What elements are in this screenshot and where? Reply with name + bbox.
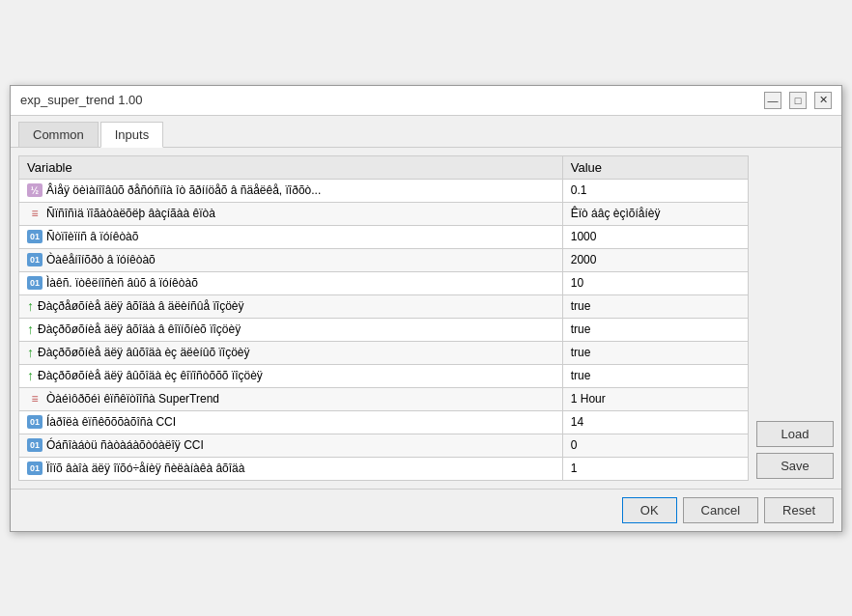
table-row: 01Íàðîëà êïñêõõõàõîñà CCI14 (19, 410, 749, 434)
row-icon: 01 (27, 438, 43, 452)
title-bar: exp_super_trend 1.00 — □ ✕ (11, 86, 841, 116)
table-row: ↑Ðàçðåøõíèå äëÿ âõîäà â äëèíñûå ïîçöèÿtr… (19, 294, 749, 318)
value-cell: Êïò áâç èçìõíåíèÿ (562, 202, 748, 225)
variable-text: Òàéìôðõéì êïñêïòîîñà SuperTrend (46, 392, 219, 406)
close-button[interactable]: ✕ (814, 92, 832, 109)
value-cell: 2000 (562, 248, 748, 271)
table-row: ≡Ñïñîñìä ïîãàòàëõëþ âàçíãàà êïòàÊïò áâç … (19, 202, 749, 225)
value-cell: true (562, 364, 748, 387)
cancel-button[interactable]: Cancel (683, 497, 758, 523)
variable-cell: ≡Ñïñîñìä ïîãàòàëõëþ âàçíãàà êïòà (19, 202, 563, 225)
table-row: 01Ñòïîèïíñ â ïóíêòàõ1000 (19, 225, 749, 248)
variables-table: Variable Value ½Âìåÿ öèìàíîîâûõ ðåñóñíîà… (18, 155, 749, 481)
col-header-variable: Variable (19, 155, 563, 179)
variable-text: Ñïñîñìä ïîãàòàëõëþ âàçíãàà êïòà (46, 207, 215, 220)
table-row: 01Óáñîàáòü ñàòàáàõòóàëîÿ CCI0 (19, 434, 749, 457)
variable-text: Òàêåíîíõðò â ïóíêòàõ (46, 253, 156, 266)
bottom-bar: OK Cancel Reset (11, 489, 841, 531)
row-icon: ½ (27, 183, 43, 197)
variable-cell: 01Ïîïõ âàîà äëÿ îïõó÷åíèÿ ñèëàíàêà âõîäà (19, 457, 563, 480)
variable-cell: ↑Ðàçðõøõíèå äëÿ âûõîäà èç êîïîñòõõõ ïîçö… (19, 364, 563, 387)
table-row: ↑Ðàçðõøõíèå äëÿ âõîäà â êîïíõíèõ ïîçöèÿt… (19, 318, 749, 341)
row-icon: 01 (27, 230, 43, 243)
table-row: 01Ïîïõ âàîà äëÿ îïõó÷åíèÿ ñèëàíàêà âõîäà… (19, 457, 749, 480)
table-row: 01Òàêåíîíõðò â ïóíêòàõ2000 (19, 248, 749, 271)
title-bar-controls: — □ ✕ (764, 92, 832, 109)
table-row: ↑Ðàçðõøõíèå äëÿ âûõîäà èç äëèíûõ ïîçöèÿt… (19, 341, 749, 364)
minimize-button[interactable]: — (764, 92, 781, 109)
reset-button[interactable]: Reset (764, 497, 834, 523)
variable-cell: 01Ìàêñ. ïòêëíîñèñ âûõ â ïóíêòàõ (19, 271, 563, 294)
value-cell: 0 (562, 434, 748, 457)
variable-text: Âìåÿ öèìàíîîâûõ ðåñóñíîà îò ãðííöåõ â ñä… (46, 183, 321, 197)
row-icon: ↑ (27, 322, 34, 337)
window-title: exp_super_trend 1.00 (20, 93, 142, 107)
variable-text: Ðàçðõøõíèå äëÿ âûõîäà èç äëèíûõ ïîçöèÿ (38, 346, 250, 359)
value-cell: 0.1 (562, 179, 748, 202)
variable-text: Ðàçðõøõíèå äëÿ âõîäà â êîïíõíèõ ïîçöèÿ (38, 322, 241, 336)
value-cell: 1 Hour (562, 387, 748, 410)
value-cell: 14 (562, 410, 748, 434)
value-cell: true (562, 318, 748, 341)
row-icon: ↑ (27, 298, 34, 314)
row-icon: ↑ (27, 368, 34, 383)
variable-cell: ↑Ðàçðåøõíèå äëÿ âõîäà â äëèíñûå ïîçöèÿ (19, 294, 563, 318)
variable-cell: 01Ñòïîèïíñ â ïóíêòàõ (19, 225, 563, 248)
value-cell: 1 (562, 457, 748, 480)
variable-cell: ↑Ðàçðõøõíèå äëÿ âûõîäà èç äëèíûõ ïîçöèÿ (19, 341, 563, 364)
col-header-value: Value (562, 155, 748, 179)
variable-text: Ðàçðõøõíèå äëÿ âûõîäà èç êîïîñòõõõ ïîçöè… (38, 369, 263, 382)
variable-text: Ìàêñ. ïòêëíîñèñ âûõ â ïóíêòàõ (46, 276, 198, 290)
variable-cell: 01Òàêåíîíõðò â ïóíêòàõ (19, 248, 563, 271)
row-icon: 01 (27, 462, 43, 475)
row-icon: ≡ (27, 392, 43, 406)
row-icon: ↑ (27, 345, 34, 360)
row-icon: ≡ (27, 207, 43, 220)
table-row: ≡Òàéìôðõéì êïñêïòîîñà SuperTrend1 Hour (19, 387, 749, 410)
variable-cell: 01Íàðîëà êïñêõõõàõîñà CCI (19, 410, 563, 434)
save-button[interactable]: Save (756, 453, 834, 479)
ok-button[interactable]: OK (622, 497, 677, 523)
value-cell: 10 (562, 271, 748, 294)
table-section: Variable Value ½Âìåÿ öèìàíîîâûõ ðåñóñíîà… (18, 155, 749, 481)
value-cell: true (562, 341, 748, 364)
variable-cell: 01Óáñîàáòü ñàòàáàõòóàëîÿ CCI (19, 434, 563, 457)
load-button[interactable]: Load (756, 421, 834, 447)
variable-text: Ïîïõ âàîà äëÿ îïõó÷åíèÿ ñèëàíàêà âõîäà (46, 462, 244, 475)
variable-text: Óáñîàáòü ñàòàáàõòóàëîÿ CCI (46, 438, 204, 452)
value-cell: 1000 (562, 225, 748, 248)
right-panel: Load Save (756, 155, 834, 481)
variable-cell: ↑Ðàçðõøõíèå äëÿ âõîäà â êîïíõíèõ ïîçöèÿ (19, 318, 563, 341)
tab-bar: Common Inputs (11, 116, 841, 148)
tab-common[interactable]: Common (18, 122, 99, 147)
variable-cell: ½Âìåÿ öèìàíîîâûõ ðåñóñíîà îò ãðííöåõ â ñ… (19, 179, 563, 202)
table-row: ½Âìåÿ öèìàíîîâûõ ðåñóñíîà îò ãðííöåõ â ñ… (19, 179, 749, 202)
variable-text: Íàðîëà êïñêõõõàõîñà CCI (46, 415, 176, 429)
row-icon: 01 (27, 253, 43, 266)
row-icon: 01 (27, 415, 43, 429)
row-icon: 01 (27, 276, 43, 290)
table-row: ↑Ðàçðõøõíèå äëÿ âûõîäà èç êîïîñòõõõ ïîçö… (19, 364, 749, 387)
value-cell: true (562, 294, 748, 318)
content-area: Variable Value ½Âìåÿ öèìàíîîâûõ ðåñóñíîà… (11, 148, 841, 489)
maximize-button[interactable]: □ (789, 92, 807, 109)
tab-inputs[interactable]: Inputs (100, 122, 163, 148)
variable-text: Ðàçðåøõíèå äëÿ âõîäà â äëèíñûå ïîçöèÿ (38, 299, 244, 313)
variable-cell: ≡Òàéìôðõéì êïñêïòîîñà SuperTrend (19, 387, 563, 410)
main-window: exp_super_trend 1.00 — □ ✕ Common Inputs… (10, 85, 842, 532)
table-row: 01Ìàêñ. ïòêëíîñèñ âûõ â ïóíêòàõ10 (19, 271, 749, 294)
variable-text: Ñòïîèïíñ â ïóíêòàõ (46, 230, 138, 243)
